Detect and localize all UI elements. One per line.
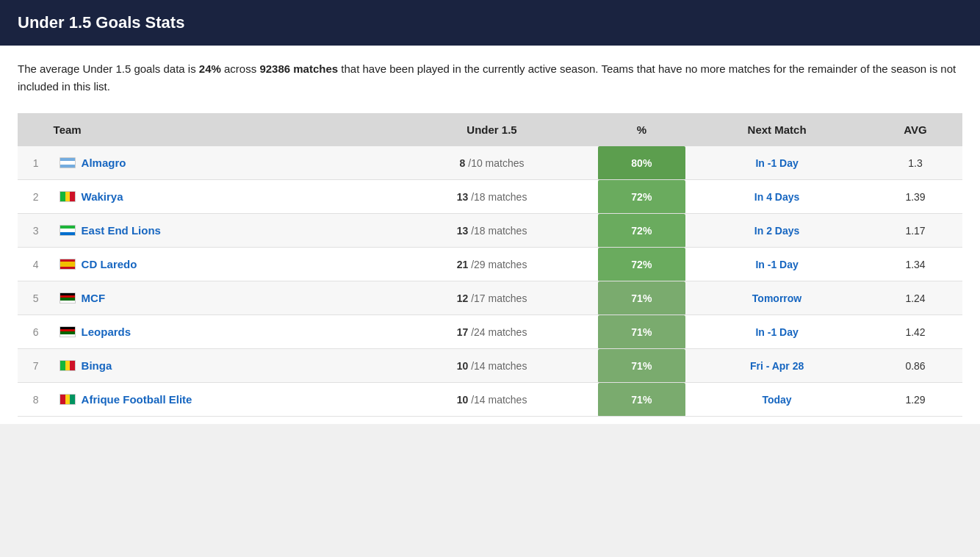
team-name-link[interactable]: Leopards — [82, 326, 131, 338]
team-cell: Leopards — [46, 315, 386, 349]
next-match-link[interactable]: In -1 Day — [755, 259, 798, 270]
avg-cell: 1.29 — [868, 383, 962, 417]
pct-cell: 71% — [598, 383, 686, 417]
next-match-cell: In 4 Days — [685, 180, 868, 214]
col-pct: % — [598, 113, 686, 146]
under-main: 8 — [460, 157, 466, 169]
team-name-link[interactable]: Wakirya — [82, 190, 123, 203]
row-rank: 8 — [18, 383, 46, 417]
intro-matches: 92386 matches — [259, 62, 338, 75]
table-row: 8 Afrique Football Elite 10 /14 matches … — [18, 383, 962, 417]
pct-cell: 71% — [598, 349, 686, 383]
under-main: 13 — [457, 225, 469, 237]
team-cell: Afrique Football Elite — [46, 383, 386, 417]
next-match-link[interactable]: Tomorrow — [752, 292, 801, 304]
avg-cell: 1.34 — [868, 248, 962, 281]
under-main: 12 — [457, 292, 469, 304]
row-rank: 5 — [18, 281, 46, 315]
table-row: 7 Binga 10 /14 matches 71% Fri - Apr 28 … — [18, 349, 962, 383]
intro-paragraph: The average Under 1.5 goals data is 24% … — [18, 60, 962, 96]
table-row: 2 Wakirya 13 /18 matches 72% In 4 Days 1… — [18, 180, 962, 214]
team-cell: East End Lions — [46, 214, 386, 248]
row-rank: 2 — [18, 180, 46, 214]
under-cell: 10 /14 matches — [386, 383, 598, 417]
col-next-match: Next Match — [685, 113, 868, 146]
under-cell: 10 /14 matches — [386, 349, 598, 383]
flag-icon — [60, 292, 76, 303]
content-area: The average Under 1.5 goals data is 24% … — [0, 46, 980, 424]
table-header: Team Under 1.5 % Next Match AVG — [18, 113, 962, 146]
team-name-link[interactable]: MCF — [82, 292, 106, 304]
intro-pct: 24% — [199, 62, 221, 75]
next-match-cell: Fri - Apr 28 — [685, 349, 868, 383]
col-under: Under 1.5 — [386, 113, 598, 146]
flag-icon — [60, 191, 76, 202]
flag-icon — [60, 360, 76, 371]
under-cell: 21 /29 matches — [386, 248, 598, 281]
under-sub: /18 matches — [471, 191, 527, 203]
next-match-cell: In -1 Day — [685, 146, 868, 180]
team-name-link[interactable]: Afrique Football Elite — [82, 393, 192, 406]
table-row: 5 MCF 12 /17 matches 71% Tomorrow 1.24 — [18, 281, 962, 315]
next-match-cell: In 2 Days — [685, 214, 868, 248]
under-cell: 12 /17 matches — [386, 281, 598, 315]
table-row: 3 East End Lions 13 /18 matches 72% In 2… — [18, 214, 962, 248]
col-team: Team — [46, 113, 386, 146]
header-row: Team Under 1.5 % Next Match AVG — [18, 113, 962, 146]
team-name-link[interactable]: Binga — [82, 359, 112, 372]
table-body: 1 Almagro 8 /10 matches 80% In -1 Day 1.… — [18, 146, 962, 417]
header-bar: Under 1.5 Goals Stats — [0, 0, 980, 46]
row-rank: 6 — [18, 315, 46, 349]
next-match-link[interactable]: In 4 Days — [754, 191, 799, 203]
under-sub: /18 matches — [471, 225, 527, 237]
avg-cell: 1.39 — [868, 180, 962, 214]
under-cell: 13 /18 matches — [386, 214, 598, 248]
team-cell: MCF — [46, 281, 386, 315]
table-row: 1 Almagro 8 /10 matches 80% In -1 Day 1.… — [18, 146, 962, 180]
table-row: 4 CD Laredo 21 /29 matches 72% In -1 Day… — [18, 248, 962, 281]
team-cell: Wakirya — [46, 180, 386, 214]
row-rank: 3 — [18, 214, 46, 248]
page-title: Under 1.5 Goals Stats — [18, 13, 962, 32]
team-name-link[interactable]: CD Laredo — [82, 258, 137, 270]
under-main: 13 — [457, 191, 469, 203]
next-match-cell: In -1 Day — [685, 315, 868, 349]
team-name-link[interactable]: Almagro — [82, 157, 126, 169]
avg-cell: 1.24 — [868, 281, 962, 315]
under-main: 21 — [457, 259, 469, 270]
team-cell: CD Laredo — [46, 248, 386, 281]
under-sub: /17 matches — [471, 292, 527, 304]
team-cell: Binga — [46, 349, 386, 383]
under-main: 10 — [457, 394, 469, 406]
next-match-link[interactable]: In -1 Day — [755, 326, 798, 338]
team-name-link[interactable]: East End Lions — [82, 224, 161, 237]
next-match-link[interactable]: In -1 Day — [755, 157, 798, 169]
row-rank: 4 — [18, 248, 46, 281]
row-rank: 1 — [18, 146, 46, 180]
col-rank — [18, 113, 46, 146]
row-rank: 7 — [18, 349, 46, 383]
next-match-link[interactable]: Today — [762, 394, 791, 406]
flag-icon — [60, 259, 76, 270]
pct-cell: 72% — [598, 180, 686, 214]
intro-text-before: The average Under 1.5 goals data is — [18, 62, 199, 75]
pct-cell: 71% — [598, 315, 686, 349]
next-match-cell: Tomorrow — [685, 281, 868, 315]
flag-icon — [60, 157, 76, 168]
under-sub: /14 matches — [471, 394, 527, 406]
under-cell: 13 /18 matches — [386, 180, 598, 214]
under-sub: /29 matches — [471, 259, 527, 270]
table-row: 6 Leopards 17 /24 matches 71% In -1 Day … — [18, 315, 962, 349]
flag-icon — [60, 225, 76, 236]
under-cell: 8 /10 matches — [386, 146, 598, 180]
intro-text-middle: across — [221, 62, 260, 75]
pct-cell: 72% — [598, 214, 686, 248]
col-avg: AVG — [868, 113, 962, 146]
next-match-link[interactable]: Fri - Apr 28 — [750, 360, 804, 372]
under-sub: /14 matches — [471, 360, 527, 372]
under-cell: 17 /24 matches — [386, 315, 598, 349]
under-sub: /24 matches — [471, 326, 527, 338]
next-match-link[interactable]: In 2 Days — [754, 225, 799, 237]
avg-cell: 1.17 — [868, 214, 962, 248]
next-match-cell: Today — [685, 383, 868, 417]
